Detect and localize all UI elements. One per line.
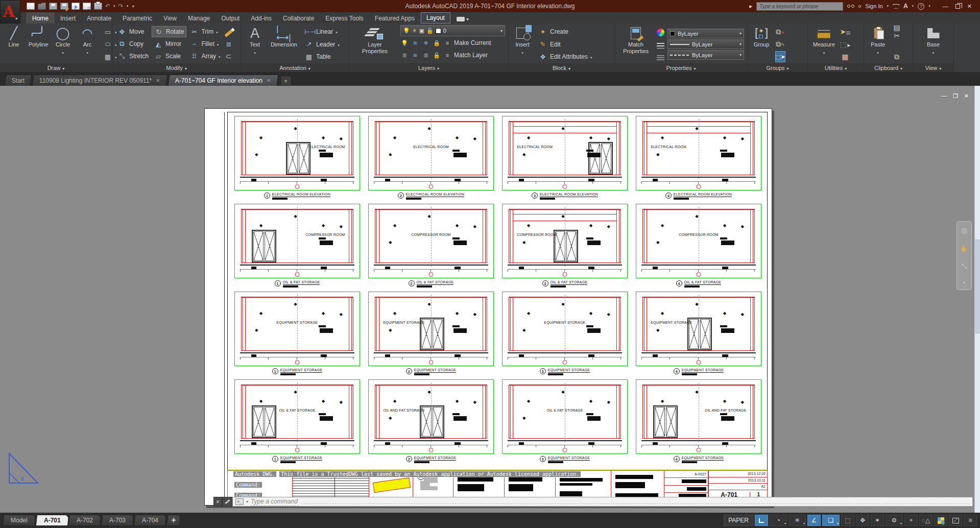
layer-select[interactable]: 💡 ☀ ▣ 🔓 0 ▾ [400,25,505,36]
ungroup-button[interactable]: ⧉✕ [775,26,785,37]
object-color-select[interactable]: ByLayer▾ [667,29,744,38]
polar-tracking-toggle[interactable]: ◔▾ [770,515,787,526]
export-button[interactable] [71,3,80,10]
ortho-mode-toggle[interactable]: ∠ [807,515,821,526]
match-properties-button[interactable]: Match Properties [618,25,654,63]
layer-lock-icon[interactable]: 🔒 [433,40,441,46]
close-tab-icon[interactable]: ✕ [267,78,271,83]
tab-layout[interactable]: Layout [421,12,450,23]
panel-label-modify[interactable]: Modify [112,63,241,72]
command-customize-button[interactable] [222,497,232,507]
tab-insert[interactable]: Insert [55,13,81,23]
scale-button[interactable]: ▱Scale [152,51,186,62]
erase-button[interactable] [224,26,234,37]
tab-output[interactable]: Output [216,13,245,23]
edit-block-button[interactable]: ✎Edit [536,39,594,50]
panel-label-layers[interactable]: Layers [349,63,508,72]
cut-button[interactable]: ▤✂ [892,26,902,37]
leader-button[interactable]: ↗Leader [302,39,342,50]
plot-button[interactable] [94,3,102,10]
rotate-button[interactable]: ↻Rotate [152,26,186,37]
annotation-visibility-toggle[interactable]: ✥ [856,515,869,526]
publish-button[interactable] [83,3,91,10]
close-button[interactable]: ✕ [967,4,972,9]
doc-restore-button[interactable]: ❐ [953,93,958,100]
layer-unisolate-icon[interactable]: ≋ [411,52,419,59]
group-selection-toggle[interactable]: ⬚➤ [775,51,785,62]
annotation-scale-button[interactable]: ⚙▾ [886,515,903,526]
autoscale-toggle[interactable]: ✶ [871,515,884,526]
redo-dropdown-icon[interactable]: ▾ [127,4,129,8]
layer-off-icon[interactable]: 💡 [400,40,409,46]
open-file-button[interactable] [38,3,46,10]
tab-add-ins[interactable]: Add-ins [246,13,277,23]
undo-dropdown-icon[interactable]: ▾ [113,4,115,8]
offset-button[interactable]: ⊂ [224,51,234,62]
drawing-canvas[interactable]: — ❐ ✕ ◆◆◆◆◆ELECTRICAL ROOM1ELECTRICAL RO… [0,86,980,513]
selection-cycling-toggle[interactable]: ⬚ [841,515,854,526]
doc-minimize-button[interactable]: — [941,93,947,100]
redo-button[interactable]: ↷ [118,3,124,9]
layer-dropdown-icon[interactable]: ▾ [500,29,503,33]
polyline-button[interactable]: ⌐╯Polyline [28,25,49,63]
layout-tab-a703[interactable]: A-703 [101,515,134,526]
panel-label-block[interactable]: Block [509,63,614,72]
text-button[interactable]: AText [244,25,266,63]
ribbon-collapse-button[interactable]: ▾ [457,16,469,23]
application-menu-button[interactable]: A ▾ [0,0,20,23]
sign-in-dropdown-icon[interactable]: ▾ [887,4,889,8]
vertical-scrollbar[interactable] [974,86,980,513]
dimension-button[interactable]: |⟷|Dimension [269,25,299,63]
exchange-dropdown-icon[interactable]: ▾ [912,4,914,8]
steering-wheel-icon[interactable]: ◎ [961,226,967,234]
base-button[interactable]: Base [923,25,944,63]
create-block-button[interactable]: ✦Create [536,26,594,37]
lineweight-select[interactable]: ByLayer▾ [667,39,744,49]
array-button[interactable]: ⠿Array [187,51,222,62]
quick-calculator-button[interactable]: ▦ [840,51,850,62]
layout-tab-a701[interactable]: A-701 [36,515,69,526]
move-button[interactable]: ✥Move [115,26,151,37]
zoom-extents-icon[interactable]: ⤡ [961,262,967,271]
autodesk-exchange-icon[interactable]: A [903,3,908,10]
panel-label-draw[interactable]: Draw [0,63,112,72]
tab-view[interactable]: View [158,13,182,23]
file-tab-doc1[interactable]: 110908 Lighting INTERIOR REV 050911*✕ [32,75,168,86]
layer-freeze-icon[interactable]: ❄ [422,40,430,46]
measure-button[interactable]: Measure [811,25,837,63]
linetype-select[interactable]: ByLayer▾ [667,50,744,60]
layout-tab-a702[interactable]: A-702 [68,515,101,526]
stretch-button[interactable]: ⤡Stretch [115,51,151,62]
make-current-button[interactable]: Make Current [454,39,491,46]
layer-on-all-icon[interactable]: ≣ [400,52,409,59]
scrollbar-thumb[interactable] [975,239,979,333]
tab-collaborate[interactable]: Collaborate [278,13,319,23]
isodraft-toggle[interactable]: ✳▾ [788,515,806,526]
tab-home[interactable]: Home [27,13,54,23]
new-layout-button[interactable]: + [166,515,181,526]
mirror-button[interactable]: ◭Mirror [152,38,186,50]
quick-select-button[interactable]: ➤▤ [840,26,850,37]
paper-sheet[interactable]: ◆◆◆◆◆ELECTRICAL ROOM1ELECTRICAL ROOM ELE… [204,108,772,506]
group-edit-button[interactable]: ⧉✎ [775,39,785,50]
explode-button[interactable]: ⧈ [224,38,234,50]
recent-commands-icon[interactable]: ▾ [246,499,248,504]
edit-attributes-button[interactable]: ❖Edit Attributes [536,51,594,62]
workspace-switching-button[interactable]: + [904,515,918,526]
object-snap-toggle[interactable]: ❏▾ [822,515,840,526]
linear-dimension-button[interactable]: ⊢⊣Linear [302,26,342,37]
panel-label-utilities[interactable]: Utilities [808,63,864,72]
tab-manage[interactable]: Manage [183,13,215,23]
panel-label-view[interactable]: View [913,63,953,72]
new-file-button[interactable] [27,3,35,10]
search-expand-icon[interactable]: ▸ [749,3,752,10]
select-window-button[interactable]: ⬚➤ [840,39,850,50]
paper-space-button[interactable]: PAPER [724,515,753,526]
copy-button[interactable]: ⧉Copy [115,38,151,50]
undo-button[interactable]: ↶ [105,3,110,9]
fillet-button[interactable]: ⌢Fillet [187,38,222,50]
close-tab-icon[interactable]: ✕ [156,78,160,83]
match-layer-button[interactable]: Match Layer [454,52,488,59]
layout-tab-a704[interactable]: A-704 [134,515,166,526]
layer-properties-button[interactable]: Layer Properties [352,25,397,63]
